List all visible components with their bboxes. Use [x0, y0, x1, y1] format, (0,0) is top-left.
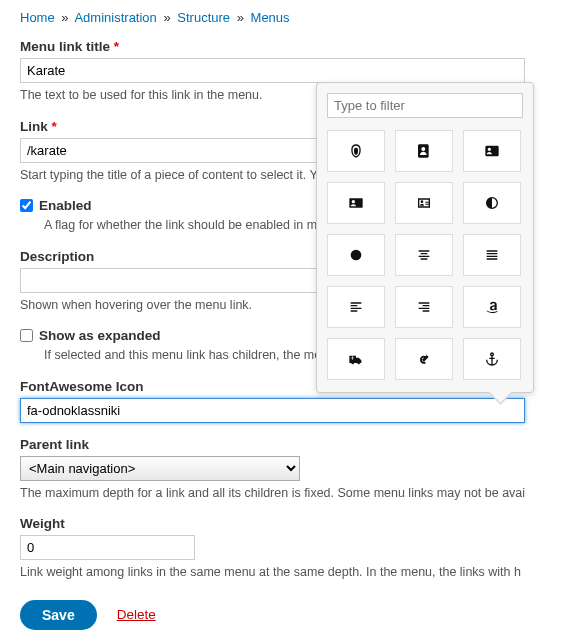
menu-title-input[interactable]	[20, 58, 525, 83]
enabled-checkbox[interactable]	[20, 199, 33, 212]
enabled-label: Enabled	[39, 198, 92, 213]
breadcrumb: Home » Administration » Structure » Menu…	[20, 10, 574, 25]
asl-icon[interactable]	[395, 338, 453, 380]
breadcrumb-sep: »	[237, 10, 244, 25]
anchor-icon[interactable]	[463, 338, 521, 380]
parent-help: The maximum depth for a link and all its…	[20, 485, 574, 503]
field-parent: Parent link <Main navigation> The maximu…	[20, 437, 574, 503]
weight-help: Link weight among links in the same menu…	[20, 564, 574, 582]
required-mark: *	[52, 119, 57, 134]
breadcrumb-administration[interactable]: Administration	[74, 10, 156, 25]
id-badge-icon[interactable]	[395, 182, 453, 224]
breadcrumb-structure[interactable]: Structure	[177, 10, 230, 25]
parent-label: Parent link	[20, 437, 574, 452]
icon-filter-input[interactable]	[327, 93, 523, 118]
breadcrumb-sep: »	[163, 10, 170, 25]
align-justify-icon[interactable]	[463, 234, 521, 276]
menu-title-label: Menu link title *	[20, 39, 574, 54]
save-button[interactable]: Save	[20, 600, 97, 630]
parent-select[interactable]: <Main navigation>	[20, 456, 300, 481]
align-center-icon[interactable]	[395, 234, 453, 276]
weight-input[interactable]	[20, 535, 195, 560]
ambulance-icon[interactable]	[327, 338, 385, 380]
dot-circle-icon[interactable]	[327, 234, 385, 276]
expanded-label: Show as expanded	[39, 328, 161, 343]
address-book-icon[interactable]	[395, 130, 453, 172]
form-actions: Save Delete	[20, 600, 574, 630]
icon-grid	[327, 130, 521, 380]
icon-scroll-area[interactable]	[327, 130, 523, 382]
delete-link[interactable]: Delete	[117, 607, 156, 622]
breadcrumb-home[interactable]: Home	[20, 10, 55, 25]
adjust-icon[interactable]	[463, 182, 521, 224]
contact-card-icon[interactable]	[327, 182, 385, 224]
expanded-checkbox[interactable]	[20, 329, 33, 342]
required-mark: *	[114, 39, 119, 54]
align-left-icon[interactable]	[327, 286, 385, 328]
amazon-icon[interactable]	[463, 286, 521, 328]
svg-point-0	[351, 250, 362, 261]
field-weight: Weight Link weight among links in the sa…	[20, 516, 574, 582]
icon-picker-popover	[316, 82, 534, 393]
fontawesome-input[interactable]	[20, 398, 525, 423]
align-right-icon[interactable]	[395, 286, 453, 328]
breadcrumb-sep: »	[61, 10, 68, 25]
fingerprint-icon[interactable]	[327, 130, 385, 172]
id-card-icon[interactable]	[463, 130, 521, 172]
breadcrumb-menus[interactable]: Menus	[251, 10, 290, 25]
weight-label: Weight	[20, 516, 574, 531]
